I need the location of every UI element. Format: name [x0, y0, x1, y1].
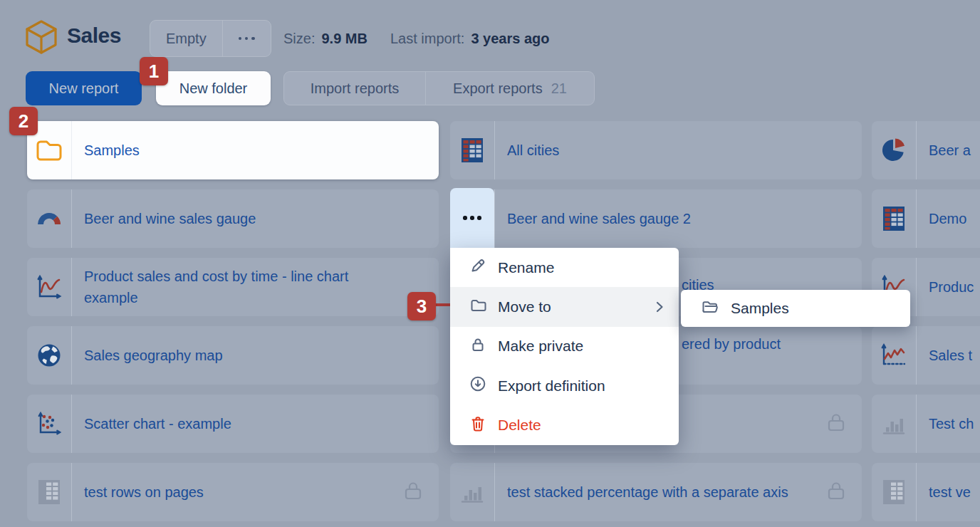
table-icon	[872, 189, 917, 248]
menu-item-label: Delete	[498, 417, 541, 434]
download-icon	[469, 375, 486, 396]
export-reports-label: Export reports	[453, 80, 543, 97]
export-count-badge: 21	[551, 80, 567, 97]
trash-icon	[469, 415, 486, 436]
submenu-item-label: Samples	[731, 300, 789, 317]
scatter-icon	[27, 395, 72, 453]
pie-chart-icon	[872, 121, 917, 179]
new-folder-button[interactable]: New folder	[156, 71, 271, 105]
annotation-badge-2: 2	[9, 107, 38, 135]
card-label: Test ch	[917, 413, 974, 434]
lock-icon	[826, 480, 846, 504]
table-icon	[450, 121, 495, 179]
ellipsis-icon	[239, 37, 255, 41]
report-card-beer-gauge[interactable]: Beer and wine sales gauge	[27, 189, 439, 248]
chevron-right-icon	[653, 299, 666, 315]
card-label: test stacked percentage with a separate …	[495, 481, 788, 503]
last-import-value: 3 years ago	[471, 31, 549, 47]
more-icon	[463, 216, 481, 219]
card-label: Samples	[72, 140, 140, 161]
cube-meta: Size: 9.9 MB Last import: 3 years ago	[283, 20, 550, 57]
menu-item-export-definition[interactable]: Export definition	[450, 366, 679, 405]
export-reports-button[interactable]: Export reports 21	[425, 72, 594, 105]
size-label: Size:	[283, 31, 315, 47]
folder-card-samples[interactable]: Samples	[27, 121, 439, 179]
table-icon	[872, 463, 917, 521]
bar-chart-icon	[872, 395, 917, 453]
folder-icon	[469, 297, 486, 318]
card-label: test ve	[917, 481, 971, 503]
report-card-beer-gauge-2[interactable]: Beer and wine sales gauge 2	[450, 189, 862, 248]
annotation-badge-1: 1	[140, 57, 168, 85]
report-card-sales-geography[interactable]: Sales geography map	[27, 326, 439, 385]
menu-item-label: Export definition	[498, 377, 605, 395]
card-label: Scatter chart - example	[72, 413, 231, 434]
report-card-product-sales-line[interactable]: Product sales and cost by time - line ch…	[27, 258, 439, 316]
card-label: Beer and wine sales gauge 2	[495, 208, 691, 229]
card-label: Produc	[917, 276, 974, 298]
lock-icon	[826, 412, 846, 436]
context-menu: Rename Move to Make private Export defin…	[450, 248, 679, 445]
import-export-group: Import reports Export reports 21	[283, 71, 595, 105]
menu-item-rename[interactable]: Rename	[450, 248, 679, 287]
pencil-icon	[469, 257, 486, 278]
card-label: Demo	[917, 208, 966, 229]
menu-item-label: Make private	[498, 338, 583, 355]
page-title: Sales	[67, 24, 121, 48]
bar-chart-icon	[450, 463, 495, 521]
report-card-sales-trend[interactable]: Sales t	[872, 326, 980, 385]
report-card-test-ve[interactable]: test ve	[872, 463, 980, 521]
cube-icon	[24, 19, 58, 58]
lock-icon	[403, 480, 423, 504]
card-more-button[interactable]	[450, 188, 494, 248]
card-label: Sales t	[917, 345, 972, 366]
globe-icon	[27, 326, 72, 385]
lock-icon	[469, 336, 486, 357]
report-card-demo[interactable]: Demo	[872, 189, 980, 248]
cube-status-group: Empty	[150, 20, 271, 57]
open-folder-icon	[701, 298, 719, 319]
menu-item-delete[interactable]: Delete	[450, 406, 679, 445]
report-card-scatter-example[interactable]: Scatter chart - example	[27, 395, 439, 453]
report-card-beer-pie[interactable]: Beer a	[872, 121, 980, 179]
card-label: Beer and wine sales gauge	[72, 208, 256, 229]
card-label: Sales geography map	[72, 345, 223, 366]
menu-item-make-private[interactable]: Make private	[450, 327, 679, 366]
annotation-badge-3: 3	[407, 292, 436, 320]
import-reports-button[interactable]: Import reports	[284, 72, 425, 105]
last-import-label: Last import:	[390, 31, 464, 47]
table-icon	[27, 463, 72, 521]
card-label: All cities	[495, 140, 559, 161]
size-value: 9.9 MB	[321, 31, 367, 47]
cube-more-button[interactable]	[222, 21, 271, 56]
menu-item-label: Move to	[498, 298, 551, 315]
card-label: Beer a	[917, 140, 971, 161]
report-card-all-cities[interactable]: All cities	[450, 121, 862, 179]
gauge-icon	[27, 189, 72, 248]
menu-item-move-to[interactable]: Move to	[450, 287, 679, 326]
new-report-button[interactable]: New report	[26, 71, 142, 105]
menu-item-label: Rename	[498, 259, 554, 276]
submenu-item-samples[interactable]: Samples	[681, 290, 910, 327]
page: { "header": { "title": "Sales", "empty_b…	[0, 0, 980, 527]
trend-chart-icon	[872, 326, 917, 385]
line-chart-icon	[27, 258, 72, 316]
card-label: Product sales and cost by time - line ch…	[72, 266, 397, 308]
empty-button[interactable]: Empty	[150, 21, 222, 56]
card-label: test rows on pages	[72, 481, 204, 503]
report-card-test-rows[interactable]: test rows on pages	[27, 463, 439, 521]
report-card-test-ch[interactable]: Test ch	[872, 395, 980, 453]
card-label-fragment: ered by product	[682, 336, 781, 353]
report-card-test-stacked[interactable]: test stacked percentage with a separate …	[450, 463, 862, 521]
